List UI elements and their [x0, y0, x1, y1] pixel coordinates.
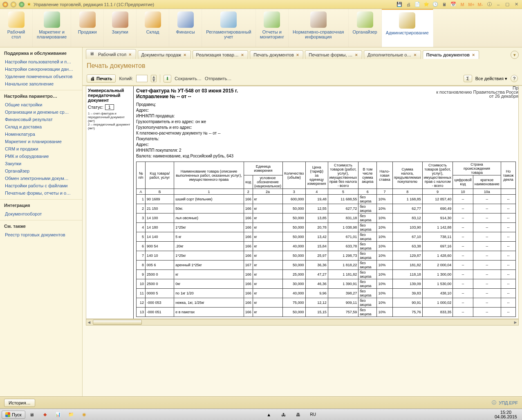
save-link[interactable]: Сохранить… — [175, 76, 202, 81]
scroll-left-icon[interactable]: ◄ — [86, 320, 92, 325]
nav-link[interactable]: Обмен электронными докум… — [0, 175, 82, 182]
doc-field: ИНН/КПП продавца: — [136, 113, 516, 119]
copies-input[interactable] — [136, 75, 148, 82]
nav-link[interactable]: Печатные формы, отчеты и о… — [0, 189, 82, 197]
tab-close-icon[interactable]: × — [414, 52, 416, 57]
ribbon-item[interactable]: Склад — [137, 9, 169, 47]
nav-link[interactable]: Маркетинг и планирование — [0, 138, 82, 145]
doc-icon[interactable]: 📄 — [414, 1, 421, 8]
nav-section-head: См. также — [0, 220, 82, 231]
m-icon[interactable]: M — [459, 1, 466, 8]
ribbon-icon — [357, 11, 373, 28]
horizontal-scrollbar[interactable]: ◄ ► — [86, 319, 519, 326]
table-row: 9 2500 0 кг 166 кг 25,000 47,27 1 181,82… — [137, 270, 516, 279]
ribbon-label: Закупки — [112, 29, 128, 34]
all-actions-link[interactable]: Все действия ▾ — [475, 76, 507, 81]
nav-link[interactable]: Организации и денежные ср… — [0, 108, 82, 116]
tab[interactable]: Печать документов × — [423, 50, 479, 59]
m-minus-icon[interactable]: M- — [477, 1, 484, 8]
start-button[interactable]: Пуск — [2, 411, 25, 419]
nav-link[interactable]: Органайзер — [0, 167, 82, 175]
invoice-table: № п/п Код товара/ работ, услуг Наименова… — [136, 162, 516, 317]
ribbon-item[interactable]: Регламентированныйучет — [202, 9, 256, 47]
taskbar-app-4[interactable]: 📁 — [65, 410, 77, 419]
help-button[interactable]: ? — [511, 75, 518, 82]
save-icon[interactable]: 💾 — [396, 1, 403, 8]
window-minimize-button[interactable] — [11, 2, 16, 7]
regulation-note: Пр к постановлению Правительства Росси о… — [436, 86, 518, 99]
ribbon-item[interactable]: Нормативно-справочнаяинформация — [289, 9, 349, 47]
ribbon-item[interactable]: Маркетинг ипланирование — [33, 9, 71, 47]
scroll-right-icon[interactable]: ► — [513, 320, 518, 325]
tab[interactable]: Печатные формы, … × — [305, 50, 362, 59]
tab-label: Рабочий стол — [98, 52, 126, 57]
tab[interactable]: Документы продаж × — [138, 50, 191, 59]
calendar-icon[interactable]: 📅 — [450, 1, 457, 8]
scroll-thumb[interactable] — [93, 320, 142, 325]
nav-link[interactable]: РМК и оборудование — [0, 153, 82, 160]
taskbar-app-1[interactable]: 🖥 — [26, 410, 38, 419]
close-icon[interactable]: ✕ — [513, 1, 520, 8]
favorite-icon[interactable]: ★ — [27, 2, 31, 7]
window-close-button[interactable] — [2, 2, 8, 7]
tab-close-icon[interactable]: × — [472, 52, 475, 57]
minimize-icon[interactable]: – — [495, 1, 502, 8]
tray-lang[interactable]: RU — [307, 410, 319, 419]
print-button[interactable]: 🖨 Печать — [87, 74, 116, 83]
restore-icon[interactable]: ▢ — [504, 1, 511, 8]
nav-link[interactable]: Начальное заполнение — [0, 80, 82, 88]
table-row: 2 21 150 50кг. 166 кг 50,000 12,55 627,7… — [137, 204, 516, 213]
nav-link[interactable]: Номенклатура — [0, 130, 82, 138]
ribbon-item[interactable]: Рабочийстол — [0, 9, 33, 47]
history-button[interactable]: История… — [4, 399, 35, 407]
export-button[interactable]: ⬇ — [164, 75, 171, 83]
ribbon-item[interactable]: Администрирование — [382, 9, 433, 47]
nav-link[interactable]: Финансовый результат — [0, 116, 82, 123]
ribbon-item[interactable]: Органайзер — [349, 9, 382, 47]
ribbon-item[interactable]: Отчеты имониторинг — [256, 9, 289, 47]
tray-icon-3[interactable]: 🖶 — [293, 410, 304, 419]
tab[interactable]: 🖥Рабочий стол × — [86, 49, 136, 59]
nav-link[interactable]: Общие настройки — [0, 101, 82, 108]
nav-link[interactable]: Удаление помеченных объектов — [0, 73, 82, 80]
clock-icon[interactable]: 🕓 — [432, 1, 439, 8]
nav-link[interactable]: Настройки пользователей и п… — [0, 58, 82, 65]
nav-link[interactable]: Склад и доставка — [0, 123, 82, 130]
ribbon-icon — [112, 11, 128, 28]
tray-icon-1[interactable]: ▲ — [263, 410, 275, 419]
nav-link[interactable]: CRM и продажи — [0, 145, 82, 153]
tabs-more-button[interactable]: ▾ — [511, 51, 519, 59]
tab-close-icon[interactable]: × — [184, 52, 186, 57]
taskbar-app-2[interactable]: ◆ — [39, 410, 51, 419]
tray-icon-2[interactable]: 🖧 — [278, 410, 289, 419]
star-icon[interactable]: ⭐ — [423, 1, 430, 8]
tab-close-icon[interactable]: × — [241, 52, 244, 57]
tab-close-icon[interactable]: × — [355, 52, 358, 57]
nav-link[interactable]: Документооборот — [0, 210, 82, 218]
ribbon-item[interactable]: Продажи — [71, 9, 104, 47]
taskbar-app-3[interactable]: 📊 — [52, 410, 64, 419]
ribbon-item[interactable]: Закупки — [104, 9, 137, 47]
tab[interactable]: Печать документов × — [250, 50, 303, 59]
help-icon[interactable]: ⓘ — [486, 1, 493, 8]
tab[interactable]: Дополнительные о… × — [364, 50, 421, 59]
sum-button[interactable]: Σ — [464, 75, 472, 82]
tab-close-icon[interactable]: × — [129, 52, 131, 57]
tab[interactable]: Реализация товар… × — [193, 50, 249, 59]
ribbon-item[interactable]: Финансы — [169, 9, 202, 47]
copies-spinner[interactable]: ▲▼ — [151, 75, 157, 82]
calc-icon[interactable]: 🖩 — [441, 1, 448, 8]
taskbar-clock[interactable]: 15:20 04.06.2015 — [491, 410, 520, 419]
m-plus-icon[interactable]: M+ — [468, 1, 475, 8]
nav-link[interactable]: Закупки — [0, 160, 82, 167]
print-icon[interactable]: 🖨 — [405, 1, 412, 8]
title-bar: ★ Управление торговлей, редакция 11.1 / … — [0, 0, 522, 9]
taskbar-app-5[interactable]: ◉ — [78, 410, 90, 419]
nav-link[interactable]: Настройки работы с файлами — [0, 182, 82, 189]
tab-close-icon[interactable]: × — [296, 52, 299, 57]
nav-link[interactable]: Настройки синхронизации дан… — [0, 65, 82, 73]
nav-link[interactable]: Реестр торговых документов — [0, 231, 82, 238]
send-link[interactable]: Отправить… — [205, 76, 232, 81]
info-icon: ⓘ — [492, 400, 496, 406]
window-maximize-button[interactable] — [19, 2, 25, 7]
